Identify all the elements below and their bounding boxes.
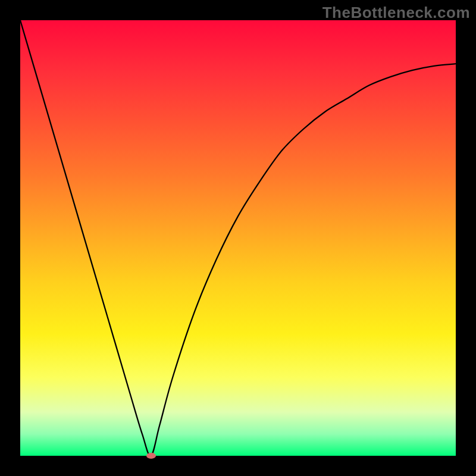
plot-area [20,20,456,456]
bottleneck-curve [20,20,456,456]
watermark-text: TheBottleneck.com [322,4,470,22]
chart-container: { "watermark": "TheBottleneck.com", "col… [0,0,476,476]
optimum-marker [146,453,156,459]
